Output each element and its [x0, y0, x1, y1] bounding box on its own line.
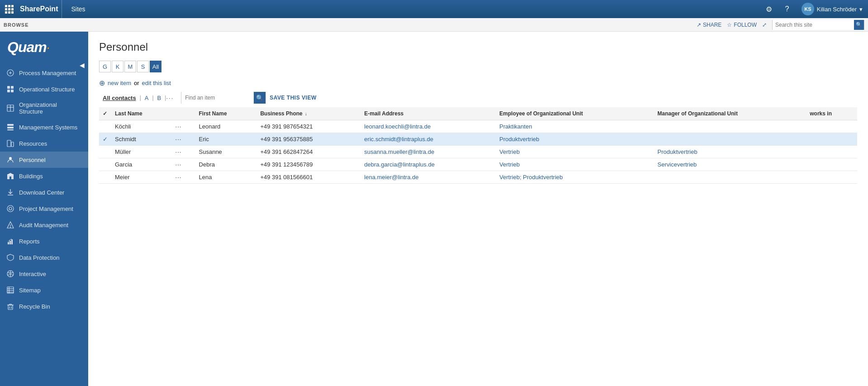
sidebar-item-label: Resources [19, 140, 47, 147]
svg-rect-12 [11, 142, 14, 147]
focus-icon: ⤢ [762, 22, 767, 28]
more-views-button[interactable]: ··· [166, 95, 174, 101]
waffle-menu-button[interactable] [0, 0, 18, 18]
sidebar-item-organizational-structure[interactable]: Organizational Structure [0, 97, 88, 119]
cell-last-name: Müller [111, 146, 172, 158]
find-item-input[interactable] [181, 92, 254, 104]
sidebar-item-resources[interactable]: Resources [0, 135, 88, 152]
svg-point-20 [9, 207, 12, 210]
cell-business-phone: +49 391 123456789 [256, 158, 360, 171]
cell-works-in [806, 158, 857, 171]
save-view-button[interactable]: SAVE THIS VIEW [270, 95, 316, 101]
table-row: Meier ··· Lena +49 391 081566601 lena.me… [99, 171, 857, 184]
cell-email[interactable]: leonard.koechli@lintra.de [360, 120, 496, 133]
follow-button[interactable]: ☆ FOLLOW [727, 22, 757, 28]
cell-employee-ou[interactable]: Vertrieb [496, 146, 654, 158]
browse-actions: ↗ SHARE ☆ FOLLOW ⤢ 🔍 [697, 20, 864, 30]
letter-filter-m[interactable]: M [124, 61, 136, 72]
row-checkbox[interactable] [99, 146, 111, 158]
search-button[interactable]: 🔍 [854, 20, 864, 30]
sidebar-item-data-protection[interactable]: Data Protection [0, 249, 88, 266]
cell-employee-ou[interactable]: Produktvertrieb [496, 133, 654, 146]
sidebar-item-label: Project Management [19, 205, 73, 212]
letter-filter-all[interactable]: All [150, 61, 161, 72]
tab-b[interactable]: B [154, 93, 165, 103]
sidebar-item-process-management[interactable]: Process Management [0, 65, 88, 81]
edit-list-button[interactable]: edit this list [142, 80, 171, 86]
col-business-phone[interactable]: Business Phone ↓ [256, 107, 360, 120]
sidebar-item-sitemap[interactable]: Sitemap [0, 282, 88, 298]
avatar: KS [802, 3, 814, 15]
search-input[interactable] [773, 20, 854, 30]
personnel-icon [6, 156, 14, 164]
tab-a[interactable]: A [141, 93, 152, 103]
sidebar-item-buildings[interactable]: Buildings [0, 168, 88, 184]
col-employee-ou[interactable]: Employee of Organizational Unit [496, 107, 654, 120]
col-last-name[interactable]: Last Name [111, 107, 172, 120]
user-menu-button[interactable]: KS Kilian Schröder ▾ [796, 3, 868, 15]
letter-filter-g[interactable]: G [99, 61, 111, 72]
svg-rect-8 [7, 124, 14, 126]
row-actions-button[interactable]: ··· [172, 120, 195, 133]
sidebar-logo-accent: · [47, 40, 50, 55]
sidebar-item-management-systems[interactable]: Management Systems [0, 119, 88, 135]
col-manager-ou[interactable]: Manager of Organizational Unit [654, 107, 806, 120]
cell-email[interactable]: eric.schmidt@lintraplus.de [360, 133, 496, 146]
cell-manager-ou[interactable]: Servicevertrieb [654, 158, 806, 171]
organizational-structure-icon [6, 104, 14, 112]
sidebar-item-interactive[interactable]: Interactive [0, 266, 88, 282]
process-management-icon [6, 69, 14, 77]
col-email[interactable]: E-mail Address [360, 107, 496, 120]
letter-filter-k[interactable]: K [112, 61, 123, 72]
row-actions-button[interactable]: ··· [172, 133, 195, 146]
app-logo[interactable]: SharePoint [18, 0, 62, 18]
sidebar-item-operational-structure[interactable]: Operational Structure [0, 81, 88, 97]
cell-business-phone: +49 391 956375885 [256, 133, 360, 146]
cell-employee-ou[interactable]: Vertrieb [496, 158, 654, 171]
cell-works-in [806, 171, 857, 184]
download-center-icon [6, 188, 14, 196]
cell-employee-ou[interactable]: Vertrieb; Produktvertrieb [496, 171, 654, 184]
sidebar-collapse-button[interactable]: ◀ [76, 60, 88, 71]
sidebar-logo-text: Quam [7, 39, 47, 56]
row-checkbox[interactable] [99, 120, 111, 133]
cell-business-phone: +49 391 662847264 [256, 146, 360, 158]
cell-manager-ou[interactable]: Produktvertrieb [654, 146, 806, 158]
letter-filter-s[interactable]: S [137, 61, 149, 72]
cell-employee-ou[interactable]: Praktikanten [496, 120, 654, 133]
share-button[interactable]: ↗ SHARE [697, 22, 721, 28]
sidebar-item-personnel[interactable]: Personnel [0, 152, 88, 168]
row-checkbox[interactable] [99, 171, 111, 184]
sidebar-item-audit-management[interactable]: Audit Management [0, 217, 88, 233]
sites-link[interactable]: Sites [66, 5, 90, 13]
sidebar-item-label: Interactive [19, 271, 46, 277]
find-item-button[interactable]: 🔍 [254, 92, 266, 104]
sidebar-item-label: Operational Structure [19, 86, 75, 93]
row-actions-button[interactable]: ··· [172, 171, 195, 184]
tab-all-contacts[interactable]: All contacts [99, 93, 140, 103]
settings-button[interactable]: ⚙ [760, 0, 778, 18]
svg-rect-9 [7, 127, 14, 129]
sidebar-item-reports[interactable]: Reports [0, 233, 88, 249]
col-first-name[interactable]: First Name [195, 107, 257, 120]
col-works-in[interactable]: works in [806, 107, 857, 120]
management-systems-icon [6, 123, 14, 131]
row-actions-button[interactable]: ··· [172, 146, 195, 158]
cell-email[interactable]: susanna.mueller@lintra.de [360, 146, 496, 158]
sidebar-item-project-management[interactable]: Project Management [0, 200, 88, 217]
row-checkbox[interactable]: ✓ [99, 133, 111, 146]
user-name: Kilian Schröder [817, 6, 857, 13]
cell-email[interactable]: lena.meier@lintra.de [360, 171, 496, 184]
row-checkbox[interactable] [99, 158, 111, 171]
help-button[interactable]: ? [778, 0, 796, 18]
row-actions-button[interactable]: ··· [172, 158, 195, 171]
sidebar-item-download-center[interactable]: Download Center [0, 184, 88, 200]
svg-rect-24 [8, 242, 9, 244]
new-item-icon: ⊕ [99, 79, 105, 87]
cell-email[interactable]: debra.garcia@lintraplus.de [360, 158, 496, 171]
sidebar-item-recycle-bin[interactable]: Recycle Bin [0, 298, 88, 315]
project-management-icon [6, 205, 14, 213]
new-item-button[interactable]: new item [108, 80, 131, 86]
svg-rect-3 [7, 90, 10, 92]
focus-button[interactable]: ⤢ [762, 22, 767, 28]
